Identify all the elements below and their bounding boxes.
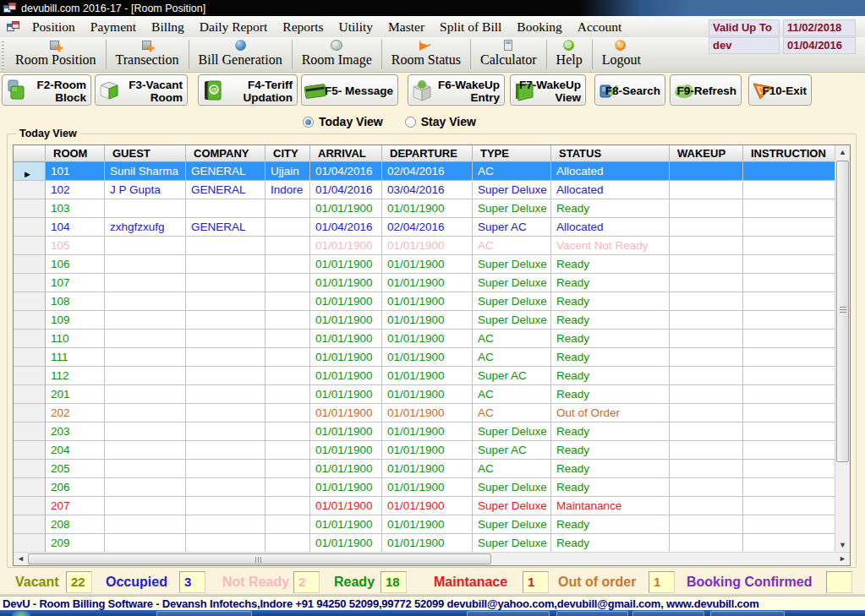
cell-room[interactable]: 102 bbox=[46, 181, 105, 199]
row-selector-cell[interactable] bbox=[14, 497, 46, 515]
cell-instruction[interactable] bbox=[743, 255, 835, 274]
toolbar-item-logout[interactable]: ↻Logout bbox=[593, 37, 650, 72]
cell-company[interactable] bbox=[186, 367, 266, 385]
cell-departure[interactable]: 01/01/1900 bbox=[382, 385, 473, 404]
row-selector-cell[interactable] bbox=[14, 367, 46, 385]
button-f3-vacant-room[interactable]: F3-Vacant Room bbox=[95, 74, 188, 106]
cell-city[interactable] bbox=[266, 218, 310, 237]
cell-room[interactable]: 208 bbox=[46, 515, 105, 534]
column-header-departure[interactable]: DEPARTURE bbox=[382, 145, 473, 162]
cell-guest[interactable] bbox=[105, 311, 186, 330]
cell-instruction[interactable] bbox=[743, 497, 835, 515]
cell-status[interactable]: Ready bbox=[551, 292, 670, 311]
cell-wakeup[interactable] bbox=[670, 162, 743, 181]
cell-status[interactable]: Ready bbox=[551, 348, 670, 367]
cell-wakeup[interactable] bbox=[670, 330, 743, 348]
cell-instruction[interactable] bbox=[743, 330, 835, 348]
cell-company[interactable] bbox=[186, 237, 266, 255]
taskbar-button[interactable] bbox=[156, 611, 252, 616]
cell-departure[interactable]: 01/01/1900 bbox=[382, 441, 473, 460]
cell-guest[interactable] bbox=[105, 237, 186, 255]
cell-status[interactable]: Ready bbox=[551, 385, 670, 404]
cell-room[interactable]: 106 bbox=[46, 255, 105, 274]
cell-guest[interactable] bbox=[105, 255, 186, 274]
row-selector-cell[interactable] bbox=[14, 181, 46, 199]
cell-arrival[interactable]: 01/01/1900 bbox=[310, 348, 382, 367]
cell-city[interactable] bbox=[266, 441, 310, 460]
row-selector-header[interactable] bbox=[14, 145, 46, 162]
cell-arrival[interactable]: 01/04/2016 bbox=[310, 181, 382, 199]
cell-wakeup[interactable] bbox=[670, 274, 743, 292]
column-header-city[interactable]: CITY bbox=[266, 145, 310, 162]
cell-room[interactable]: 101 bbox=[46, 162, 105, 181]
menu-item-booking[interactable]: Booking bbox=[509, 19, 569, 35]
column-header-company[interactable]: COMPANY bbox=[186, 145, 266, 162]
cell-instruction[interactable] bbox=[743, 292, 835, 311]
grid-row-205[interactable]: 20501/01/190001/01/1900ACReady bbox=[14, 460, 850, 478]
column-header-arrival[interactable]: ARRIVAL bbox=[310, 145, 382, 162]
cell-type[interactable]: Super Deluxe bbox=[473, 255, 551, 274]
cell-departure[interactable]: 01/01/1900 bbox=[382, 478, 473, 497]
toolbar-item-room-image[interactable]: Room Image bbox=[293, 37, 381, 72]
cell-instruction[interactable] bbox=[743, 181, 835, 199]
cell-wakeup[interactable] bbox=[670, 422, 743, 441]
row-selector-cell[interactable] bbox=[14, 441, 46, 460]
cell-wakeup[interactable] bbox=[670, 404, 743, 422]
cell-city[interactable] bbox=[266, 367, 310, 385]
cell-status[interactable]: Allocated bbox=[551, 218, 670, 237]
toolbar-item-transection[interactable]: ✚Transection bbox=[107, 37, 189, 72]
cell-guest[interactable] bbox=[105, 478, 186, 497]
cell-arrival[interactable]: 01/01/1900 bbox=[310, 422, 382, 441]
cell-guest[interactable] bbox=[105, 404, 186, 422]
cell-type[interactable]: Super AC bbox=[473, 441, 551, 460]
cell-company[interactable] bbox=[186, 515, 266, 534]
cell-departure[interactable]: 01/01/1900 bbox=[382, 274, 473, 292]
cell-company[interactable] bbox=[186, 348, 266, 367]
cell-city[interactable] bbox=[266, 255, 310, 274]
cell-type[interactable]: AC bbox=[473, 460, 551, 478]
cell-type[interactable]: AC bbox=[473, 385, 551, 404]
cell-status[interactable]: Ready bbox=[551, 311, 670, 330]
column-header-type[interactable]: TYPE bbox=[473, 145, 551, 162]
cell-room[interactable]: 209 bbox=[46, 534, 105, 553]
cell-type[interactable]: Super AC bbox=[473, 218, 551, 237]
grid-row-103[interactable]: 10301/01/190001/01/1900Super DeluxeReady bbox=[14, 199, 850, 218]
cell-city[interactable]: Ujjain bbox=[266, 162, 310, 181]
cell-company[interactable]: GENERAL bbox=[186, 181, 266, 199]
grid-row-110[interactable]: 11001/01/190001/01/1900ACReady bbox=[14, 330, 850, 348]
scroll-right-arrow[interactable]: ► bbox=[835, 553, 850, 566]
cell-status[interactable]: Ready bbox=[551, 422, 670, 441]
grid-row-112[interactable]: 11201/01/190001/01/1900Super ACReady bbox=[14, 367, 850, 385]
cell-city[interactable] bbox=[266, 515, 310, 534]
cell-company[interactable] bbox=[186, 441, 266, 460]
cell-city[interactable] bbox=[266, 237, 310, 255]
cell-departure[interactable]: 01/01/1900 bbox=[382, 460, 473, 478]
menu-item-daily-report[interactable]: Daily Report bbox=[192, 19, 276, 35]
grid-row-104[interactable]: 104zxhgfzxufgGENERAL01/04/201602/04/2016… bbox=[14, 218, 850, 237]
button-f4-teriff-updation[interactable]: @F4-Teriff Updation bbox=[198, 74, 298, 106]
grid-row-209[interactable]: 20901/01/190001/01/1900Super DeluxeReady bbox=[14, 534, 850, 553]
cell-wakeup[interactable] bbox=[670, 218, 743, 237]
column-header-guest[interactable]: GUEST bbox=[105, 145, 186, 162]
cell-arrival[interactable]: 01/04/2016 bbox=[310, 162, 382, 181]
cell-company[interactable] bbox=[186, 330, 266, 348]
row-selector-cell[interactable] bbox=[14, 292, 46, 311]
grid-row-102[interactable]: 102J P GuptaGENERALIndore01/04/201603/04… bbox=[14, 181, 850, 199]
cell-company[interactable] bbox=[186, 199, 266, 218]
cell-status[interactable]: Allocated bbox=[551, 181, 670, 199]
vertical-scroll-thumb[interactable] bbox=[836, 161, 849, 462]
cell-arrival[interactable]: 01/01/1900 bbox=[310, 385, 382, 404]
cell-arrival[interactable]: 01/01/1900 bbox=[310, 441, 382, 460]
cell-guest[interactable] bbox=[105, 497, 186, 515]
cell-company[interactable] bbox=[186, 460, 266, 478]
cell-room[interactable]: 108 bbox=[46, 292, 105, 311]
column-header-status[interactable]: STATUS bbox=[551, 145, 670, 162]
menu-item-position[interactable]: Position bbox=[25, 19, 83, 35]
cell-type[interactable]: Super Deluxe bbox=[473, 497, 551, 515]
cell-type[interactable]: Super Deluxe bbox=[473, 292, 551, 311]
grid-row-201[interactable]: 20101/01/190001/01/1900ACReady bbox=[14, 385, 850, 404]
grid-row-101[interactable]: ►101Sunil SharmaGENERALUjjain01/04/20160… bbox=[14, 162, 850, 181]
cell-company[interactable] bbox=[186, 422, 266, 441]
toolbar-item-calculator[interactable]: Calculator bbox=[471, 37, 546, 72]
radio-stay-view[interactable]: Stay View bbox=[405, 115, 476, 128]
